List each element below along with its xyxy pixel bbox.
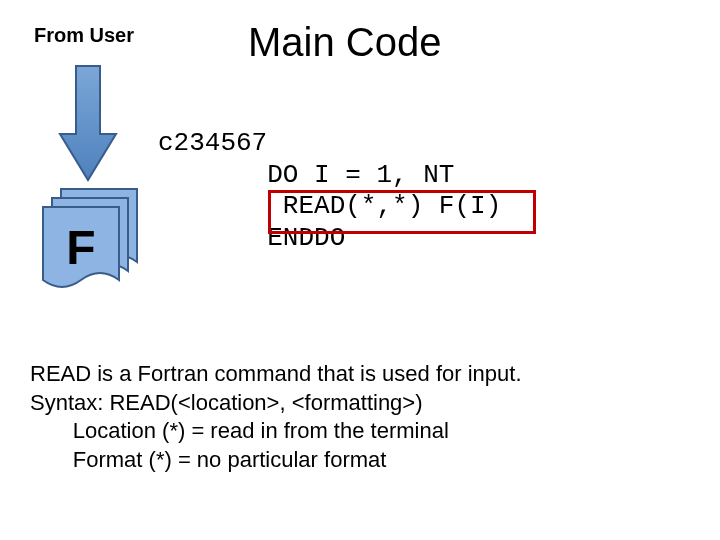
explain-line-2: Syntax: READ(<location>, <formatting>) — [30, 390, 423, 415]
down-arrow-icon — [58, 64, 118, 186]
page-title: Main Code — [248, 20, 441, 65]
explain-line-4: Format (*) = no particular format — [30, 447, 386, 472]
document-letter: F — [42, 220, 120, 275]
explain-line-1: READ is a Fortran command that is used f… — [30, 361, 522, 386]
explain-line-3: Location (*) = read in from the terminal — [30, 418, 449, 443]
code-line-2: DO I = 1, NT — [158, 160, 454, 190]
from-user-label: From User — [34, 24, 134, 47]
code-line-1: c234567 — [158, 128, 267, 158]
highlight-box — [268, 190, 536, 234]
explanation-text: READ is a Fortran command that is used f… — [30, 360, 522, 474]
document-icon: F — [42, 206, 120, 298]
